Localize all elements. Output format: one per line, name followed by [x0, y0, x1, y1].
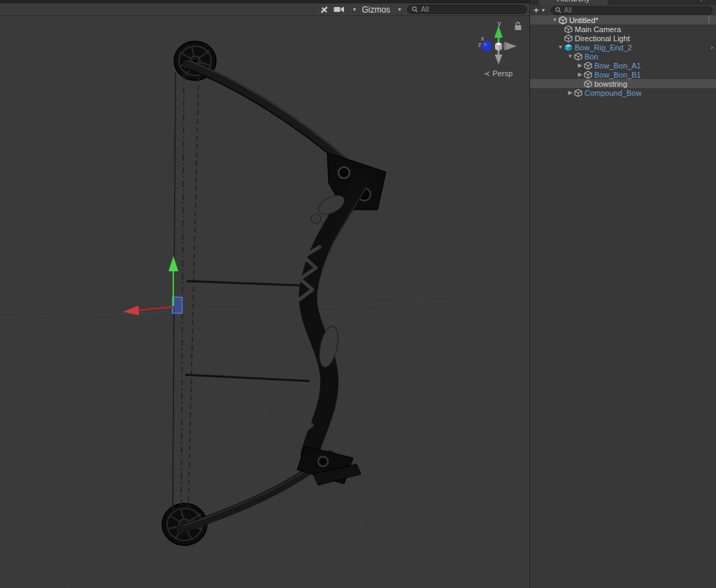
bow-riser — [297, 152, 386, 485]
move-gizmo[interactable] — [123, 256, 182, 315]
foldout-collapsed-icon[interactable]: ▶ — [566, 89, 574, 96]
hierarchy-item-bow-bon-b1[interactable]: ▶Bow_Bon_B1 — [530, 70, 716, 79]
scene-canvas[interactable]: y x z ≺ Persp — [0, 17, 529, 588]
hierarchy-item-main-camera[interactable]: Main Camera — [530, 24, 716, 34]
axis-y-label: y — [498, 20, 501, 27]
foldout-expanded-icon[interactable]: ▼ — [557, 44, 564, 50]
hierarchy-items: Main CameraDirectional Light▼Bow_Rig_End… — [530, 24, 716, 97]
search-icon — [412, 6, 418, 13]
gizmo-down-cone[interactable] — [495, 55, 503, 64]
cable-rods — [185, 281, 315, 381]
hierarchy-item-bow-bon-a1[interactable]: ▶Bow_Bon_A1 — [530, 61, 716, 70]
hierarchy-tab-bar: Hierarchy — ⋮ — [530, 0, 716, 5]
gameobject-cube-icon — [574, 52, 582, 61]
bowstring-lines — [173, 72, 199, 516]
hierarchy-item-label: Bow_Bon_A1 — [594, 62, 641, 70]
hierarchy-item-label: Compound_Bow — [585, 89, 641, 97]
foldout-expanded-icon[interactable]: ▼ — [551, 17, 559, 23]
hierarchy-search-field[interactable]: All — [551, 6, 713, 15]
move-gizmo-y-arrow[interactable] — [169, 256, 178, 271]
scene-view-toolbar: ▼ Gizmos ▼ All — [0, 3, 529, 16]
scene-view[interactable]: ▼ Gizmos ▼ All — [0, 0, 529, 588]
bow-upper-limb — [186, 61, 349, 168]
gameobject-cube-icon — [584, 71, 592, 79]
scene-view-lock-icon[interactable] — [515, 22, 522, 30]
camera-dropdown-arrow[interactable]: ▼ — [352, 7, 357, 12]
hierarchy-item-directional-light[interactable]: Directional Light — [530, 34, 716, 43]
foldout-collapsed-icon[interactable]: ▶ — [576, 62, 584, 69]
scene-more-icon[interactable]: ⋮ — [706, 15, 713, 23]
create-dropdown-arrow[interactable]: ▼ — [541, 8, 546, 13]
gizmos-dropdown-arrow[interactable]: ▼ — [397, 7, 402, 12]
hierarchy-item-label: Main Camera — [575, 25, 621, 34]
hierarchy-item-bow-rig-end-2[interactable]: ▼Bow_Rig_End_2› — [530, 43, 716, 52]
hierarchy-item-label: Directional Light — [575, 34, 630, 43]
create-object-button[interactable]: + — [534, 6, 539, 15]
hierarchy-tab[interactable]: Hierarchy — [539, 0, 608, 5]
gizmo-z-ball[interactable] — [482, 41, 492, 52]
gameobject-cube-icon — [574, 89, 582, 97]
search-icon — [555, 7, 561, 13]
prefab-open-chevron-icon[interactable]: › — [710, 43, 713, 51]
bow-model[interactable] — [162, 41, 386, 545]
gameobject-cube-icon — [584, 62, 592, 70]
hierarchy-item-bowstring[interactable]: bowstring — [530, 79, 716, 88]
gameobject-cube-icon — [584, 80, 592, 88]
gizmo-right-cone[interactable] — [505, 42, 517, 50]
panel-window-controls[interactable]: — ⋮ — [673, 0, 712, 3]
toolbar-divider — [313, 6, 314, 14]
hierarchy-item-bon[interactable]: ▼Bon — [530, 52, 716, 61]
hierarchy-item-compound-bow[interactable]: ▶Compound_Bow — [530, 88, 716, 97]
hierarchy-item-label: Bon — [585, 52, 599, 61]
gameobject-cube-icon — [564, 25, 573, 34]
scene-search-placeholder: All — [421, 6, 429, 13]
scene-orientation-gizmo[interactable]: y x z — [478, 20, 517, 64]
unity-scene-icon — [559, 16, 567, 24]
gizmo-y-cone[interactable] — [494, 26, 503, 38]
projection-mode-label[interactable]: ≺ Persp — [484, 69, 513, 78]
hierarchy-item-label: Bow_Rig_End_2 — [575, 43, 632, 52]
tool-settings-icon[interactable] — [319, 5, 329, 15]
hierarchy-item-label: Bow_Bon_B1 — [594, 71, 641, 79]
gizmos-dropdown[interactable]: Gizmos — [361, 5, 390, 15]
hierarchy-tab-label: Hierarchy — [557, 0, 589, 3]
hierarchy-search-placeholder: All — [564, 6, 572, 14]
gameobject-cube-icon — [564, 34, 573, 43]
hierarchy-panel: Hierarchy — ⋮ + ▼ All ▼ — [529, 0, 716, 588]
grid-lines — [0, 299, 529, 588]
foldout-collapsed-icon[interactable]: ▶ — [576, 71, 584, 78]
foldout-expanded-icon[interactable]: ▼ — [566, 53, 574, 59]
hierarchy-item-label: bowstring — [594, 80, 627, 88]
unity-editor-window: ▼ Gizmos ▼ All — [0, 0, 716, 588]
hierarchy-rows: ▼ Untitled* ⋮ Main CameraDirectional Lig… — [530, 15, 716, 97]
axis-x-label: x — [481, 35, 485, 42]
scene-name-label: Untitled* — [569, 16, 599, 24]
scene-header-row[interactable]: ▼ Untitled* ⋮ — [530, 15, 716, 24]
scene-camera-icon[interactable] — [334, 5, 345, 15]
move-gizmo-x-arrow[interactable] — [123, 306, 139, 315]
hierarchy-toolbar: + ▼ All — [530, 5, 716, 15]
scene-search-field[interactable]: All — [407, 5, 527, 14]
prefab-cube-icon — [564, 43, 573, 52]
axis-z-label: z — [478, 41, 482, 48]
